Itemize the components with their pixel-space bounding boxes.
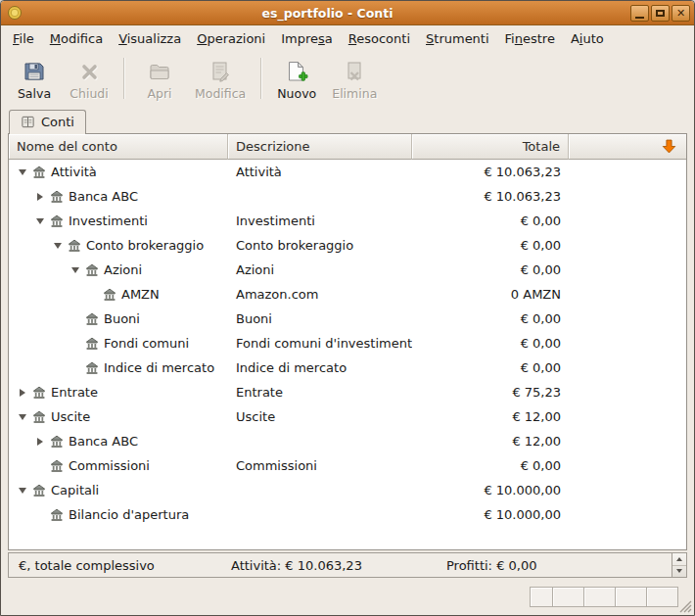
- tree-indent: [9, 294, 85, 295]
- titlebar[interactable]: es_portfolio - Conti ✕: [1, 1, 694, 25]
- account-total: € 0,00: [412, 213, 569, 228]
- expander-icon[interactable]: [50, 233, 66, 258]
- table-row[interactable]: Capitali € 10.000,00: [9, 478, 686, 502]
- tree-indent: [9, 220, 32, 221]
- close-icon: ✕: [676, 8, 685, 19]
- account-description: Amazon.com: [228, 287, 412, 302]
- account-total: € 0,00: [412, 458, 569, 473]
- table-row[interactable]: Entrate Entrate € 75,23: [9, 380, 686, 404]
- tab-conti[interactable]: Conti: [9, 110, 86, 134]
- account-name: Entrate: [51, 385, 98, 400]
- account-total: € 0,00: [412, 336, 569, 351]
- table-row[interactable]: Indice di mercato Indice di mercato € 0,…: [9, 355, 686, 380]
- tree-indent: [9, 245, 50, 246]
- tree-indent: [9, 441, 32, 442]
- table-row[interactable]: Uscite Uscite € 12,00: [9, 404, 686, 429]
- table-row[interactable]: Azioni Azioni € 0,00: [9, 258, 686, 282]
- bottom-bar: [1, 578, 694, 615]
- expander-icon[interactable]: [32, 209, 48, 233]
- table-row[interactable]: Banca ABC € 10.063,23: [9, 184, 686, 209]
- toolbar-button-modifica: Modifica: [187, 53, 254, 106]
- account-icon: [48, 459, 66, 473]
- edit-icon: [208, 59, 232, 84]
- account-total: € 10.063,23: [412, 189, 569, 204]
- toolbar-button-elimina: Elimina: [324, 53, 385, 106]
- status-segment: [615, 587, 647, 607]
- minimize-button[interactable]: [630, 5, 649, 22]
- close-button[interactable]: ✕: [672, 5, 690, 22]
- account-icon: [48, 190, 66, 204]
- menu-item-file[interactable]: File: [5, 27, 42, 50]
- expander-icon[interactable]: [32, 429, 48, 453]
- account-description: Conto brokeraggio: [228, 238, 412, 253]
- account-description: Indice di mercato: [228, 360, 412, 375]
- account-name: AMZN: [121, 287, 160, 302]
- minimize-icon: [635, 17, 644, 19]
- save-icon: [23, 59, 46, 84]
- account-total: € 0,00: [412, 360, 569, 375]
- expander-icon: [68, 355, 83, 380]
- toolbar-button-salva[interactable]: Salva: [7, 53, 62, 106]
- menu-item-aiuto[interactable]: Aiuto: [563, 27, 612, 50]
- resize-grip[interactable]: [679, 600, 692, 613]
- table-row[interactable]: AMZN Amazon.com 0 AMZN: [9, 282, 686, 307]
- account-icon: [48, 435, 66, 449]
- menu-bar: FileModificaVisualizzaOperazioniImpresaR…: [1, 25, 694, 51]
- tree-indent: [9, 318, 68, 319]
- expander-icon[interactable]: [15, 478, 30, 502]
- table-row[interactable]: Investimenti Investimenti € 0,00: [9, 209, 686, 233]
- table-row[interactable]: Buoni Buoni € 0,00: [9, 307, 686, 331]
- open-icon: [148, 59, 171, 84]
- menu-item-modifica[interactable]: Modifica: [42, 27, 111, 50]
- tree-indent: [9, 343, 68, 344]
- summary-assets-label: Attività: € 10.063,23: [231, 558, 362, 573]
- column-header-label: Nome del conto: [17, 139, 117, 154]
- menu-item-resoconti[interactable]: Resoconti: [341, 27, 418, 50]
- table-row[interactable]: Fondi comuni Fondi comuni d'investimento…: [9, 331, 686, 355]
- account-icon: [30, 166, 48, 179]
- menu-item-visualizza[interactable]: Visualizza: [111, 27, 189, 50]
- expander-icon[interactable]: [15, 160, 30, 184]
- account-icon: [30, 386, 48, 400]
- account-total: € 10.000,00: [412, 483, 569, 498]
- account-name: Uscite: [51, 409, 90, 424]
- menu-item-finestre[interactable]: Finestre: [497, 27, 563, 50]
- spinner-up-button[interactable]: [672, 553, 686, 566]
- status-segment: [530, 587, 553, 607]
- toolbar-button-label: Chiudi: [70, 86, 108, 101]
- expander-icon[interactable]: [68, 258, 83, 282]
- toolbar-button-nuovo[interactable]: Nuovo: [269, 53, 324, 106]
- account-total: € 0,00: [412, 311, 569, 326]
- tree-indent: [9, 269, 68, 270]
- expander-icon[interactable]: [32, 184, 48, 209]
- column-header-name[interactable]: Nome del conto: [9, 134, 228, 160]
- tree-indent: [9, 465, 32, 466]
- account-tree-body: Attività Attività € 10.063,23 Banca ABC …: [9, 160, 686, 549]
- column-options-button[interactable]: [569, 134, 686, 160]
- column-header-description[interactable]: Descrizione: [228, 134, 412, 160]
- account-icon: [83, 337, 101, 351]
- expander-icon[interactable]: [15, 404, 30, 429]
- account-icon: [83, 361, 101, 375]
- account-total: € 12,00: [412, 409, 569, 424]
- spinner-down-button[interactable]: [672, 566, 686, 578]
- gnucash-app-icon: [7, 4, 24, 22]
- table-row[interactable]: Bilancio d'apertura € 10.000,00: [9, 502, 686, 527]
- table-row[interactable]: Banca ABC € 12,00: [9, 429, 686, 453]
- status-segments: [531, 587, 678, 607]
- account-name: Fondi comuni: [104, 336, 189, 351]
- menu-item-strumenti[interactable]: Strumenti: [418, 27, 497, 50]
- menu-item-impresa[interactable]: Impresa: [273, 27, 341, 50]
- toolbar-button-label: Modifica: [195, 86, 246, 101]
- account-name: Buoni: [104, 311, 140, 326]
- table-row[interactable]: Conto brokeraggio Conto brokeraggio € 0,…: [9, 233, 686, 258]
- maximize-button[interactable]: [651, 5, 670, 22]
- arrow-down-icon: [662, 139, 676, 154]
- table-row[interactable]: Commissioni Commissioni € 0,00: [9, 453, 686, 478]
- expander-icon[interactable]: [15, 380, 30, 404]
- account-icon: [30, 484, 48, 498]
- column-header-label: Totale: [523, 139, 560, 154]
- table-row[interactable]: Attività Attività € 10.063,23: [9, 160, 686, 184]
- column-header-total[interactable]: Totale: [412, 134, 569, 160]
- menu-item-operazioni[interactable]: Operazioni: [189, 27, 273, 50]
